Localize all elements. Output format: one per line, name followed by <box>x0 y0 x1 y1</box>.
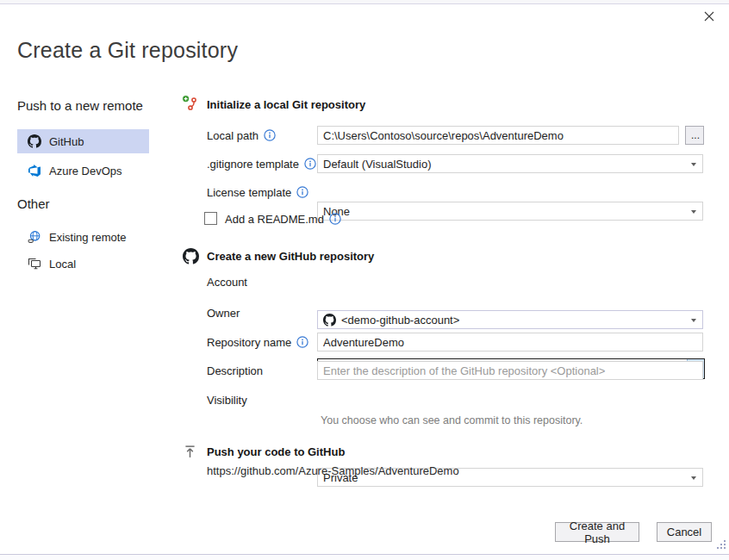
github-section-header: Create a new GitHub repository <box>207 250 374 263</box>
chevron-down-icon <box>691 319 696 322</box>
license-label-row: License template <box>207 183 308 202</box>
owner-label: Owner <box>207 307 240 320</box>
readme-label-row: Add a README.md <box>225 209 341 228</box>
push-repo-url: https://github.com/Azure-Samples/Adventu… <box>207 464 459 477</box>
azure-devops-icon <box>28 164 41 177</box>
license-template-dropdown[interactable]: None <box>317 202 703 221</box>
description-input[interactable] <box>318 362 702 379</box>
chevron-down-icon <box>691 163 696 166</box>
gitignore-template-value: Default (VisualStudio) <box>323 158 432 171</box>
local-path-input[interactable] <box>318 127 678 144</box>
create-git-repo-dialog: Create a Git repository Push to a new re… <box>0 0 729 560</box>
browse-button[interactable]: ... <box>685 126 704 145</box>
info-icon[interactable] <box>296 186 308 198</box>
gitignore-label-row: .gitignore template <box>207 154 316 173</box>
local-computer-icon <box>28 257 41 271</box>
repo-name-field <box>317 333 703 352</box>
account-label: Account <box>207 276 247 289</box>
chevron-down-icon <box>691 476 696 480</box>
create-and-push-button[interactable]: Create and Push <box>555 522 639 542</box>
chevron-down-icon <box>691 210 696 214</box>
init-repo-icon <box>182 95 199 112</box>
account-dropdown[interactable]: <demo-github-account> <box>317 310 703 329</box>
repo-name-label: Repository name <box>207 336 291 349</box>
visibility-hint: You choose who can see and commit to thi… <box>321 414 583 426</box>
window-top-border <box>0 0 729 4</box>
sidebar-item-azure-devops[interactable]: Azure DevOps <box>17 159 149 183</box>
visibility-label-row: Visibility <box>207 390 247 409</box>
globe-remote-icon <box>28 230 41 244</box>
push-section-header: Push your code to GitHub <box>207 445 345 458</box>
info-icon[interactable] <box>296 336 308 348</box>
resize-grip[interactable] <box>715 540 726 554</box>
gitignore-label: .gitignore template <box>207 158 299 171</box>
sidebar-item-label: GitHub <box>49 135 84 148</box>
readme-checkbox[interactable] <box>204 212 217 225</box>
license-label: License template <box>207 186 291 199</box>
info-icon[interactable] <box>329 213 341 225</box>
sidebar-item-existing-remote[interactable]: Existing remote <box>17 225 149 249</box>
sidebar-item-github[interactable]: GitHub <box>17 129 149 153</box>
close-icon <box>704 11 714 24</box>
local-path-label-row: Local path <box>207 126 276 145</box>
push-upload-icon <box>182 443 197 460</box>
push-remote-section-header: Push to a new remote <box>17 98 143 113</box>
local-path-label: Local path <box>207 129 259 142</box>
readme-label: Add a README.md <box>225 213 324 226</box>
sidebar-item-local[interactable]: Local <box>17 252 149 276</box>
sidebar-item-label: Existing remote <box>49 231 127 244</box>
close-button[interactable] <box>700 8 719 27</box>
github-section-icon <box>182 247 199 264</box>
sidebar-item-label: Azure DevOps <box>49 165 122 177</box>
repo-name-label-row: Repository name <box>207 333 308 352</box>
account-label-row: Account <box>207 272 247 291</box>
repo-name-input[interactable] <box>318 333 702 351</box>
github-icon <box>28 134 41 148</box>
description-label-row: Description <box>207 361 263 380</box>
local-path-field <box>317 126 679 145</box>
init-section-header: Initialize a local Git repository <box>207 98 365 111</box>
info-icon[interactable] <box>304 158 316 170</box>
account-value: <demo-github-account> <box>341 314 459 327</box>
other-section-header: Other <box>17 196 50 211</box>
owner-label-row: Owner <box>207 303 240 322</box>
description-field <box>317 361 703 380</box>
sidebar-item-label: Local <box>49 258 76 271</box>
visibility-label: Visibility <box>207 394 247 407</box>
description-label: Description <box>207 364 263 377</box>
window-bottom-edge <box>0 555 729 560</box>
info-icon[interactable] <box>264 129 276 141</box>
dialog-title: Create a Git repository <box>17 38 238 63</box>
gitignore-template-dropdown[interactable]: Default (VisualStudio) <box>317 154 703 173</box>
github-icon <box>323 314 336 327</box>
cancel-button[interactable]: Cancel <box>657 522 712 542</box>
